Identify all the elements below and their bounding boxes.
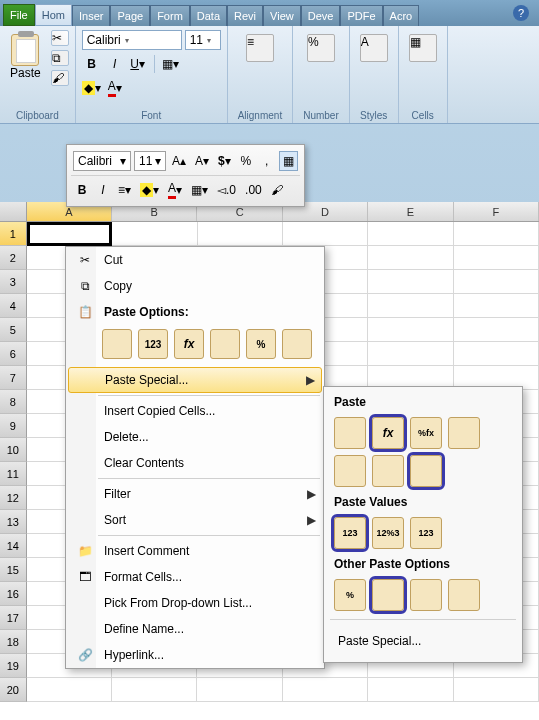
sub-paste-all[interactable] bbox=[334, 417, 366, 449]
cell[interactable] bbox=[27, 222, 113, 246]
row-header[interactable]: 17 bbox=[0, 606, 27, 630]
copy-icon[interactable]: ⧉ bbox=[51, 50, 69, 66]
cell[interactable] bbox=[368, 318, 453, 342]
cell[interactable] bbox=[454, 318, 539, 342]
cell[interactable] bbox=[368, 222, 453, 246]
row-header[interactable]: 4 bbox=[0, 294, 27, 318]
row-header[interactable]: 10 bbox=[0, 438, 27, 462]
row-header[interactable]: 18 bbox=[0, 630, 27, 654]
mt-dec-decimal[interactable]: ◅.0 bbox=[214, 180, 239, 200]
format-painter-icon[interactable]: 🖌 bbox=[51, 70, 69, 86]
sub-paste-formulas-fmt[interactable]: %fx bbox=[410, 417, 442, 449]
mt-fill-color[interactable]: ◆▾ bbox=[137, 180, 162, 200]
cell[interactable] bbox=[27, 678, 112, 702]
ctx-clear-contents[interactable]: Clear Contents bbox=[66, 450, 324, 476]
font-name-combo[interactable]: Calibri▾ bbox=[82, 30, 182, 50]
row-header[interactable]: 14 bbox=[0, 534, 27, 558]
cell[interactable] bbox=[283, 678, 368, 702]
sub-paste-special-dialog[interactable]: Paste Special... bbox=[328, 624, 518, 658]
row-header[interactable]: 7 bbox=[0, 366, 27, 390]
ctx-insert-comment[interactable]: 📁Insert Comment bbox=[66, 538, 324, 564]
col-header-e[interactable]: E bbox=[368, 202, 453, 221]
row-header[interactable]: 13 bbox=[0, 510, 27, 534]
paste-all-icon[interactable] bbox=[102, 329, 132, 359]
mt-font-color[interactable]: A▾ bbox=[165, 180, 185, 200]
row-header[interactable]: 9 bbox=[0, 414, 27, 438]
bold-button[interactable]: B bbox=[82, 54, 102, 74]
styles-icon[interactable]: A bbox=[360, 34, 388, 62]
paste-transpose-icon[interactable] bbox=[210, 329, 240, 359]
cell[interactable] bbox=[368, 342, 453, 366]
cell[interactable] bbox=[454, 270, 539, 294]
row-header[interactable]: 2 bbox=[0, 246, 27, 270]
mt-italic[interactable]: I bbox=[94, 180, 112, 200]
mt-borders[interactable]: ▦▾ bbox=[188, 180, 211, 200]
ctx-hyperlink[interactable]: 🔗Hyperlink... bbox=[66, 642, 324, 668]
cut-icon[interactable]: ✂ bbox=[51, 30, 69, 46]
row-header[interactable]: 8 bbox=[0, 390, 27, 414]
mt-align[interactable]: ≡▾ bbox=[115, 180, 134, 200]
tab-home[interactable]: Hom bbox=[35, 4, 72, 26]
mt-grow-font[interactable]: A▴ bbox=[169, 151, 189, 171]
row-header[interactable]: 19 bbox=[0, 654, 27, 678]
tab-file[interactable]: File bbox=[3, 4, 35, 26]
cell[interactable] bbox=[112, 678, 197, 702]
sub-formatting[interactable]: % bbox=[334, 579, 366, 611]
sub-linked-picture[interactable] bbox=[448, 579, 480, 611]
tab-view[interactable]: View bbox=[263, 5, 301, 26]
help-icon[interactable]: ? bbox=[513, 5, 529, 21]
tab-insert[interactable]: Inser bbox=[72, 5, 110, 26]
cell[interactable] bbox=[368, 678, 453, 702]
ctx-delete[interactable]: Delete... bbox=[66, 424, 324, 450]
paste-formatting-icon[interactable]: % bbox=[246, 329, 276, 359]
paste-formulas-icon[interactable]: fx bbox=[174, 329, 204, 359]
tab-review[interactable]: Revi bbox=[227, 5, 263, 26]
mt-inc-decimal[interactable]: .00 bbox=[242, 180, 265, 200]
tab-page-layout[interactable]: Page bbox=[110, 5, 150, 26]
col-header-f[interactable]: F bbox=[454, 202, 539, 221]
row-header[interactable]: 12 bbox=[0, 486, 27, 510]
sub-values-source-fmt[interactable]: 123 bbox=[410, 517, 442, 549]
row-header[interactable]: 5 bbox=[0, 318, 27, 342]
row-header[interactable]: 3 bbox=[0, 270, 27, 294]
row-header[interactable]: 20 bbox=[0, 678, 27, 702]
ctx-define-name[interactable]: Define Name... bbox=[66, 616, 324, 642]
tab-pdf[interactable]: PDFe bbox=[340, 5, 382, 26]
cell[interactable] bbox=[198, 222, 283, 246]
borders-button[interactable]: ▦▾ bbox=[161, 54, 181, 74]
ctx-format-cells[interactable]: 🗔Format Cells... bbox=[66, 564, 324, 590]
sub-values-number-fmt[interactable]: 12%3 bbox=[372, 517, 404, 549]
cell[interactable] bbox=[454, 294, 539, 318]
ctx-cut[interactable]: ✂ Cut bbox=[66, 247, 324, 273]
row-header[interactable]: 15 bbox=[0, 558, 27, 582]
paste-button[interactable]: Paste bbox=[6, 30, 45, 84]
tab-formulas[interactable]: Form bbox=[150, 5, 190, 26]
mt-font-combo[interactable]: Calibri▾ bbox=[73, 151, 131, 171]
cell[interactable] bbox=[454, 342, 539, 366]
underline-button[interactable]: U▾ bbox=[128, 54, 148, 74]
sub-paste-source-fmt[interactable] bbox=[448, 417, 480, 449]
select-all-corner[interactable] bbox=[0, 202, 27, 221]
italic-button[interactable]: I bbox=[105, 54, 125, 74]
cell[interactable] bbox=[368, 294, 453, 318]
ctx-pick-list[interactable]: Pick From Drop-down List... bbox=[66, 590, 324, 616]
mt-bold[interactable]: B bbox=[73, 180, 91, 200]
cell[interactable] bbox=[197, 678, 282, 702]
mt-format-painter[interactable]: 🖌 bbox=[268, 180, 286, 200]
row-header[interactable]: 6 bbox=[0, 342, 27, 366]
cell[interactable] bbox=[454, 246, 539, 270]
number-icon[interactable]: % bbox=[307, 34, 335, 62]
cell[interactable] bbox=[368, 246, 453, 270]
alignment-icon[interactable]: ≡ bbox=[246, 34, 274, 62]
cells-icon[interactable]: ▦ bbox=[409, 34, 437, 62]
ctx-paste-special[interactable]: Paste Special... ▶ bbox=[68, 367, 322, 393]
ctx-copy[interactable]: ⧉ Copy bbox=[66, 273, 324, 299]
cell[interactable] bbox=[454, 678, 539, 702]
font-color-button[interactable]: A▾ bbox=[105, 78, 125, 98]
ctx-sort[interactable]: Sort▶ bbox=[66, 507, 324, 533]
mt-size-combo[interactable]: 11▾ bbox=[134, 151, 166, 171]
sub-paste-col-widths[interactable] bbox=[372, 455, 404, 487]
ctx-filter[interactable]: Filter▶ bbox=[66, 481, 324, 507]
paste-link-icon[interactable] bbox=[282, 329, 312, 359]
row-header[interactable]: 16 bbox=[0, 582, 27, 606]
